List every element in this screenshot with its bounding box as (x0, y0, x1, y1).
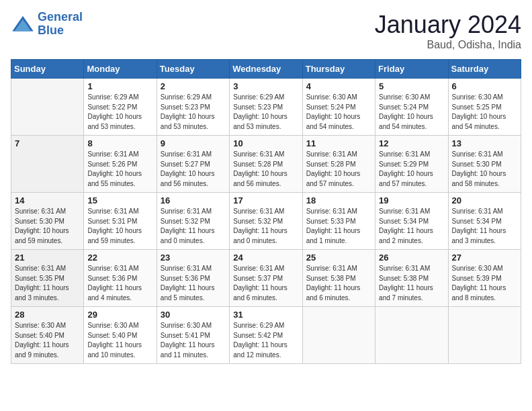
day-cell (302, 307, 375, 364)
day-info: Sunrise: 6:31 AMSunset: 5:37 PMDaylight:… (233, 264, 298, 303)
day-cell: 25Sunrise: 6:31 AMSunset: 5:38 PMDayligh… (302, 250, 375, 307)
day-number: 17 (233, 195, 298, 205)
day-info: Sunrise: 6:30 AMSunset: 5:24 PMDaylight:… (379, 93, 444, 132)
day-cell: 17Sunrise: 6:31 AMSunset: 5:32 PMDayligh… (230, 193, 302, 250)
day-cell: 31Sunrise: 6:29 AMSunset: 5:42 PMDayligh… (230, 307, 302, 364)
logo-text: GeneralBlue (38, 11, 83, 38)
day-info: Sunrise: 6:30 AMSunset: 5:24 PMDaylight:… (306, 93, 371, 132)
day-number: 27 (452, 253, 517, 263)
day-cell: 11Sunrise: 6:31 AMSunset: 5:28 PMDayligh… (302, 136, 375, 193)
day-info: Sunrise: 6:31 AMSunset: 5:30 PMDaylight:… (452, 150, 517, 189)
day-cell: 23Sunrise: 6:31 AMSunset: 5:36 PMDayligh… (157, 250, 229, 307)
day-info: Sunrise: 6:29 AMSunset: 5:23 PMDaylight:… (161, 93, 226, 132)
day-cell: 10Sunrise: 6:31 AMSunset: 5:28 PMDayligh… (230, 136, 302, 193)
day-info: Sunrise: 6:30 AMSunset: 5:25 PMDaylight:… (452, 93, 517, 132)
day-cell: 16Sunrise: 6:31 AMSunset: 5:32 PMDayligh… (157, 193, 229, 250)
day-number: 21 (15, 253, 80, 263)
logo-icon (11, 15, 35, 34)
day-info: Sunrise: 6:31 AMSunset: 5:26 PMDaylight:… (87, 150, 152, 189)
day-info: Sunrise: 6:31 AMSunset: 5:28 PMDaylight:… (233, 150, 298, 189)
week-row-3: 14Sunrise: 6:31 AMSunset: 5:30 PMDayligh… (11, 193, 521, 250)
day-info: Sunrise: 6:31 AMSunset: 5:27 PMDaylight:… (161, 150, 226, 189)
day-info: Sunrise: 6:30 AMSunset: 5:39 PMDaylight:… (452, 264, 517, 303)
day-number: 7 (15, 138, 80, 148)
day-info: Sunrise: 6:31 AMSunset: 5:34 PMDaylight:… (379, 207, 444, 246)
day-number: 24 (233, 253, 298, 263)
day-cell: 15Sunrise: 6:31 AMSunset: 5:31 PMDayligh… (84, 193, 157, 250)
weekday-wednesday: Wednesday (230, 60, 302, 79)
day-cell: 2Sunrise: 6:29 AMSunset: 5:23 PMDaylight… (157, 79, 229, 136)
day-number: 26 (379, 253, 444, 263)
day-number: 11 (306, 138, 371, 148)
day-cell: 12Sunrise: 6:31 AMSunset: 5:29 PMDayligh… (375, 136, 448, 193)
day-number: 18 (306, 195, 371, 205)
day-info: Sunrise: 6:30 AMSunset: 5:41 PMDaylight:… (161, 321, 226, 360)
day-info: Sunrise: 6:31 AMSunset: 5:33 PMDaylight:… (306, 207, 371, 246)
day-number: 15 (87, 195, 152, 205)
day-cell: 26Sunrise: 6:31 AMSunset: 5:38 PMDayligh… (375, 250, 448, 307)
day-number: 1 (87, 81, 152, 91)
day-info: Sunrise: 6:30 AMSunset: 5:40 PMDaylight:… (87, 321, 152, 360)
day-cell: 5Sunrise: 6:30 AMSunset: 5:24 PMDaylight… (375, 79, 448, 136)
day-info: Sunrise: 6:31 AMSunset: 5:38 PMDaylight:… (306, 264, 371, 303)
day-cell: 21Sunrise: 6:31 AMSunset: 5:35 PMDayligh… (11, 250, 84, 307)
day-info: Sunrise: 6:29 AMSunset: 5:22 PMDaylight:… (87, 93, 152, 132)
day-info: Sunrise: 6:29 AMSunset: 5:23 PMDaylight:… (233, 93, 298, 132)
page-header: GeneralBlue January 2024 Baud, Odisha, I… (11, 11, 521, 51)
month-title: January 2024 (375, 11, 521, 39)
day-cell: 30Sunrise: 6:30 AMSunset: 5:41 PMDayligh… (157, 307, 229, 364)
day-cell (11, 79, 84, 136)
weekday-saturday: Saturday (448, 60, 521, 79)
day-info: Sunrise: 6:31 AMSunset: 5:34 PMDaylight:… (452, 207, 517, 246)
day-cell: 22Sunrise: 6:31 AMSunset: 5:36 PMDayligh… (84, 250, 157, 307)
logo: GeneralBlue (11, 11, 83, 38)
day-info: Sunrise: 6:31 AMSunset: 5:31 PMDaylight:… (87, 207, 152, 246)
day-info: Sunrise: 6:31 AMSunset: 5:29 PMDaylight:… (379, 150, 444, 189)
day-cell: 8Sunrise: 6:31 AMSunset: 5:26 PMDaylight… (84, 136, 157, 193)
day-cell: 29Sunrise: 6:30 AMSunset: 5:40 PMDayligh… (84, 307, 157, 364)
day-cell: 7 (11, 136, 84, 193)
day-cell: 24Sunrise: 6:31 AMSunset: 5:37 PMDayligh… (230, 250, 302, 307)
day-info: Sunrise: 6:30 AMSunset: 5:40 PMDaylight:… (15, 321, 80, 360)
day-cell: 9Sunrise: 6:31 AMSunset: 5:27 PMDaylight… (157, 136, 229, 193)
day-number: 31 (233, 310, 298, 320)
location-title: Baud, Odisha, India (375, 39, 521, 51)
day-number: 6 (452, 81, 517, 91)
day-info: Sunrise: 6:31 AMSunset: 5:38 PMDaylight:… (379, 264, 444, 303)
day-cell: 13Sunrise: 6:31 AMSunset: 5:30 PMDayligh… (448, 136, 521, 193)
week-row-5: 28Sunrise: 6:30 AMSunset: 5:40 PMDayligh… (11, 307, 521, 364)
day-cell: 1Sunrise: 6:29 AMSunset: 5:22 PMDaylight… (84, 79, 157, 136)
day-cell (448, 307, 521, 364)
weekday-monday: Monday (84, 60, 157, 79)
day-number: 20 (452, 195, 517, 205)
calendar-table: SundayMondayTuesdayWednesdayThursdayFrid… (11, 59, 521, 364)
day-number: 8 (87, 138, 152, 148)
day-number: 23 (161, 253, 226, 263)
day-number: 29 (87, 310, 152, 320)
day-number: 19 (379, 195, 444, 205)
week-row-4: 21Sunrise: 6:31 AMSunset: 5:35 PMDayligh… (11, 250, 521, 307)
calendar-body: 1Sunrise: 6:29 AMSunset: 5:22 PMDaylight… (11, 79, 521, 364)
day-info: Sunrise: 6:31 AMSunset: 5:32 PMDaylight:… (161, 207, 226, 246)
weekday-thursday: Thursday (302, 60, 375, 79)
weekday-sunday: Sunday (11, 60, 84, 79)
day-number: 13 (452, 138, 517, 148)
day-number: 14 (15, 195, 80, 205)
day-number: 5 (379, 81, 444, 91)
weekday-header-row: SundayMondayTuesdayWednesdayThursdayFrid… (11, 60, 521, 79)
week-row-2: 78Sunrise: 6:31 AMSunset: 5:26 PMDayligh… (11, 136, 521, 193)
day-cell (375, 307, 448, 364)
title-block: January 2024 Baud, Odisha, India (375, 11, 521, 51)
day-cell: 19Sunrise: 6:31 AMSunset: 5:34 PMDayligh… (375, 193, 448, 250)
day-info: Sunrise: 6:31 AMSunset: 5:35 PMDaylight:… (15, 264, 80, 303)
week-row-1: 1Sunrise: 6:29 AMSunset: 5:22 PMDaylight… (11, 79, 521, 136)
day-number: 28 (15, 310, 80, 320)
day-cell: 6Sunrise: 6:30 AMSunset: 5:25 PMDaylight… (448, 79, 521, 136)
day-info: Sunrise: 6:31 AMSunset: 5:36 PMDaylight:… (87, 264, 152, 303)
day-number: 3 (233, 81, 298, 91)
day-number: 12 (379, 138, 444, 148)
day-info: Sunrise: 6:31 AMSunset: 5:30 PMDaylight:… (15, 207, 80, 246)
day-number: 2 (161, 81, 226, 91)
day-cell: 4Sunrise: 6:30 AMSunset: 5:24 PMDaylight… (302, 79, 375, 136)
day-cell: 3Sunrise: 6:29 AMSunset: 5:23 PMDaylight… (230, 79, 302, 136)
